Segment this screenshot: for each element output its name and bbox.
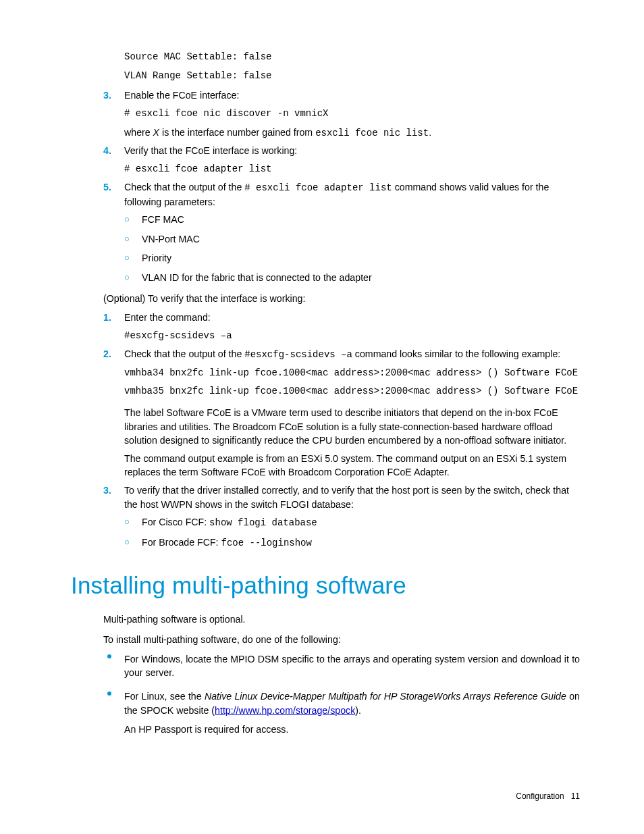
inline-code: fcoe --loginshow [221,538,311,548]
bullet-icon: ○ [124,252,130,265]
code-snippet: Source MAC Settable: false VLAN Range Se… [124,50,580,83]
list-item: ○FCF MAC [124,213,580,227]
step-number: 2. [103,347,111,361]
bullet-icon: ○ [124,213,130,226]
bullet-icon [107,692,111,696]
spock-link[interactable]: http://www.hp.com/storage/spock [215,705,355,716]
mp-intro: Multi-pathing software is optional. [103,613,580,627]
step-text: Verify that the FCoE interface is workin… [124,144,580,158]
code-line: Source MAC Settable: false [124,50,580,65]
step-number: 3. [103,484,111,498]
passport-note: An HP Passport is required for access. [124,723,580,737]
bullet-icon: ○ [124,536,130,549]
code-line: #esxcfg-scsidevs –a [124,329,580,344]
inline-code: #esxcfg-scsidevs –a [244,349,352,360]
mp-instruction: To install multi-pathing software, do on… [103,633,580,647]
verify-step-2: 2. Check that the output of the #esxcfg-… [103,347,580,479]
list-item: For Windows, locate the MPIO DSM specifi… [103,652,580,680]
code-line: VLAN Range Settable: false [124,69,580,84]
list-item: ○VN-Port MAC [124,232,580,246]
step-note: where X is the interface number gained f… [124,126,580,140]
verify-step-1: 1. Enter the command: #esxcfg-scsidevs –… [103,311,580,343]
step-text: Check that the output of the # esxcli fc… [124,180,580,209]
step-5: 5. Check that the output of the # esxcli… [103,180,580,284]
step-4: 4. Verify that the FCoE interface is wor… [103,144,580,176]
variable: X [153,127,159,138]
inline-code: esxcli fcoe nic list [315,128,429,138]
list-item: ○For Cisco FCF: show flogi database [124,515,580,529]
code-output: vmhba35 bnx2fc link-up fcoe.1000<mac add… [124,384,580,399]
footer-page: 11 [571,791,580,801]
param-list: ○FCF MAC ○VN-Port MAC ○Priority ○VLAN ID… [124,213,580,284]
fcf-list: ○For Cisco FCF: show flogi database ○For… [124,515,580,550]
step-text: Check that the output of the #esxcfg-scs… [124,347,580,361]
step-3: 3. Enable the FCoE interface: # esxcli f… [103,88,580,140]
windows-option: For Windows, locate the MPIO DSM specifi… [124,652,580,680]
step-text: Enable the FCoE interface: [124,88,580,103]
code-line: # esxcli fcoe nic discover -n vmnicX [124,107,580,122]
code-output: vmhba34 bnx2fc link-up fcoe.1000<mac add… [124,366,580,381]
optional-intro: (Optional) To verify that the interface … [103,292,580,306]
code-line: # esxcli fcoe adapter list [124,162,580,177]
verify-steps: 1. Enter the command: #esxcfg-scsidevs –… [103,311,580,550]
verify-step-3: 3. To verify that the driver installed c… [103,484,580,550]
step-number: 4. [103,144,111,158]
footer-section: Configuration [516,791,564,801]
bullet-icon [107,654,111,658]
step-number: 1. [103,311,111,325]
bullet-icon: ○ [124,516,130,529]
step-number: 5. [103,180,111,194]
inline-code: # esxcli fcoe adapter list [244,182,392,193]
inline-code: show flogi database [209,517,317,528]
list-item: ○For Brocade FCF: fcoe --loginshow [124,536,580,550]
steps-list: 3. Enable the FCoE interface: # esxcli f… [103,88,580,284]
page-body: Source MAC Settable: false VLAN Range Se… [71,50,580,802]
list-item: ○Priority [124,251,580,265]
explanation: The label Software FCoE is a VMware term… [124,406,580,448]
bullet-icon: ○ [124,271,130,284]
step-number: 3. [103,88,111,103]
mp-options: For Windows, locate the MPIO DSM specifi… [103,652,580,737]
explanation: The command output example is from an ES… [124,452,580,479]
reference-title: Native Linux Device-Mapper Multipath for… [205,691,566,702]
list-item: For Linux, see the Native Linux Device-M… [103,689,580,737]
linux-option: For Linux, see the Native Linux Device-M… [124,689,580,717]
page-footer: Configuration 11 [71,791,580,802]
bullet-icon: ○ [124,233,130,246]
step-text: Enter the command: [124,311,580,325]
step-text: To verify that the driver installed corr… [124,484,580,511]
section-heading: Installing multi-pathing software [71,569,580,603]
list-item: ○VLAN ID for the fabric that is connecte… [124,271,580,285]
